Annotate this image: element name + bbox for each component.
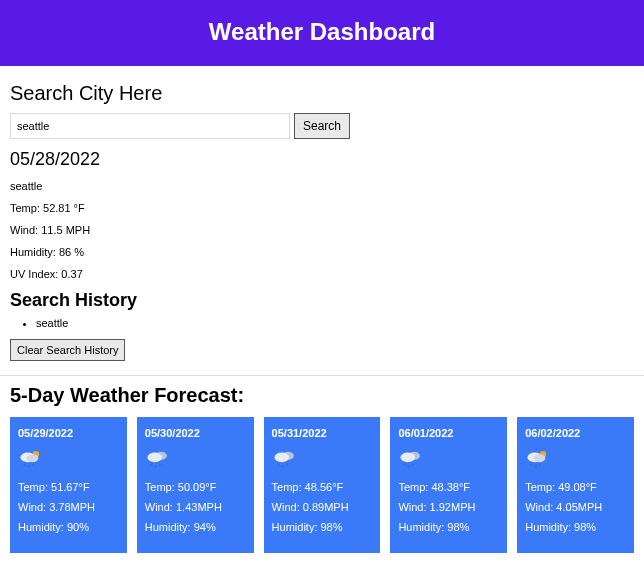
forecast-date: 05/29/2022 xyxy=(18,427,119,439)
forecast-section: 5-Day Weather Forecast: 05/29/2022Temp: … xyxy=(0,375,644,562)
page-title: Weather Dashboard xyxy=(0,18,644,46)
forecast-humidity: Humidity: 98% xyxy=(272,521,373,533)
current-city: seattle xyxy=(10,180,634,192)
forecast-wind: Wind: 1.43MPH xyxy=(145,501,246,513)
rain-sun-icon xyxy=(18,449,119,471)
rain-cloud-icon xyxy=(398,449,499,471)
rain-cloud-icon xyxy=(145,449,246,471)
app-header: Weather Dashboard xyxy=(0,0,644,66)
current-humidity: Humidity: 86 % xyxy=(10,246,634,258)
forecast-humidity: Humidity: 98% xyxy=(398,521,499,533)
forecast-card: 06/01/2022Temp: 48.38°FWind: 1.92MPHHumi… xyxy=(390,417,507,553)
forecast-wind: Wind: 0.89MPH xyxy=(272,501,373,513)
rain-sun-icon xyxy=(525,449,626,471)
forecast-temp: Temp: 48.56°F xyxy=(272,481,373,493)
forecast-wind: Wind: 4.05MPH xyxy=(525,501,626,513)
forecast-humidity: Humidity: 98% xyxy=(525,521,626,533)
search-history-title: Search History xyxy=(10,290,634,311)
forecast-date: 05/31/2022 xyxy=(272,427,373,439)
current-temp: Temp: 52.81 °F xyxy=(10,202,634,214)
forecast-title: 5-Day Weather Forecast: xyxy=(10,384,634,407)
search-input[interactable] xyxy=(10,113,290,139)
forecast-temp: Temp: 51.67°F xyxy=(18,481,119,493)
clear-history-button[interactable]: Clear Search History xyxy=(10,339,125,361)
rain-cloud-icon xyxy=(272,449,373,471)
search-history-list: seattle xyxy=(36,317,634,329)
forecast-card: 05/31/2022Temp: 48.56°FWind: 0.89MPHHumi… xyxy=(264,417,381,553)
forecast-humidity: Humidity: 90% xyxy=(18,521,119,533)
current-date: 05/28/2022 xyxy=(10,149,634,170)
forecast-row: 05/29/2022Temp: 51.67°FWind: 3.78MPHHumi… xyxy=(10,417,634,553)
main-content: Search City Here Search 05/28/2022 seatt… xyxy=(0,66,644,361)
current-wind: Wind: 11.5 MPH xyxy=(10,224,634,236)
forecast-card: 05/30/2022Temp: 50.09°FWind: 1.43MPHHumi… xyxy=(137,417,254,553)
forecast-date: 05/30/2022 xyxy=(145,427,246,439)
forecast-temp: Temp: 50.09°F xyxy=(145,481,246,493)
forecast-temp: Temp: 48.38°F xyxy=(398,481,499,493)
history-item[interactable]: seattle xyxy=(36,317,634,329)
forecast-card: 06/02/2022Temp: 49.08°FWind: 4.05MPHHumi… xyxy=(517,417,634,553)
forecast-temp: Temp: 49.08°F xyxy=(525,481,626,493)
current-uv: UV Index: 0.37 xyxy=(10,268,634,280)
search-button[interactable]: Search xyxy=(294,113,350,139)
forecast-date: 06/01/2022 xyxy=(398,427,499,439)
forecast-card: 05/29/2022Temp: 51.67°FWind: 3.78MPHHumi… xyxy=(10,417,127,553)
forecast-wind: Wind: 3.78MPH xyxy=(18,501,119,513)
forecast-date: 06/02/2022 xyxy=(525,427,626,439)
search-row: Search xyxy=(10,113,634,139)
forecast-wind: Wind: 1.92MPH xyxy=(398,501,499,513)
forecast-humidity: Humidity: 94% xyxy=(145,521,246,533)
current-weather: 05/28/2022 seattle Temp: 52.81 °F Wind: … xyxy=(10,149,634,280)
search-title: Search City Here xyxy=(10,82,634,105)
